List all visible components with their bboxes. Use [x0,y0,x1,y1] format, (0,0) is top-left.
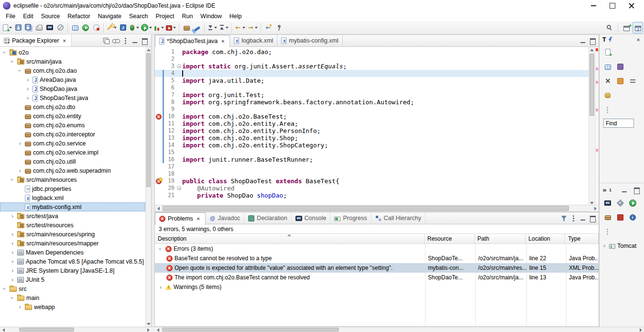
tree-item[interactable]: com.chj.o2o.dto [0,102,145,111]
new-wizard-button[interactable] [603,48,612,56]
prev-annotation-button[interactable] [218,22,229,33]
editor-line[interactable]: 1package com.chj.o2o.dao; [155,48,589,55]
chevron-icon[interactable] [17,166,23,175]
problems-tab-console[interactable]: Console [292,212,331,224]
code-area[interactable]: 1package com.chj.o2o.dao;23import static… [155,47,589,206]
editor-horizontal-scrollbar[interactable] [155,205,599,211]
save-all-button[interactable] [23,22,34,33]
annotation-mark[interactable] [596,149,598,152]
editor-line[interactable]: 7import org.junit.Test; [155,91,589,99]
menu-search[interactable]: Search [125,12,152,21]
search-mag-button[interactable] [604,22,615,33]
problems-tab-declaration[interactable]: Declaration [244,212,291,224]
column-header-path[interactable]: Path [475,234,526,243]
scroll-left-button[interactable] [155,205,162,211]
tree-item[interactable]: src/test/resources [0,221,145,230]
scroll-left-button[interactable] [0,327,7,332]
chevron-icon[interactable] [10,294,15,302]
scroll-right-button[interactable] [592,205,599,211]
external-tools-button[interactable] [165,22,177,33]
new-table-button[interactable] [70,22,80,33]
chevron-icon[interactable] [10,212,15,220]
chevron-icon[interactable] [25,85,31,93]
annotation-mark[interactable] [596,67,598,70]
tree-item[interactable]: src/main/java [0,57,145,66]
scroll-right-button[interactable] [145,327,152,332]
editor-tab[interactable]: mybatis-config.xml [277,35,343,47]
fold-collapse-icon[interactable] [177,186,181,190]
editor-tab[interactable]: logback.xml [230,35,277,47]
menu-help[interactable]: Help [226,12,246,21]
editor-line[interactable]: 17 [155,163,589,170]
restore-chevron[interactable]: » [602,186,607,194]
drag-dots-button[interactable] [603,227,612,236]
editor-line[interactable]: 20 @Autowired [155,185,589,192]
main-horizontal-scrollbar[interactable] [154,327,644,332]
scroll-down-button[interactable] [146,321,151,327]
package-explorer-tab[interactable]: Package Explorer [0,34,72,46]
tree-item[interactable]: com.chj.o2o.entity [0,111,145,121]
problems-tab-call-hierarchy[interactable]: Call Hierarchy [371,212,426,224]
editor-line[interactable]: 12import com.chj.o2o.entity.PersonInfo; [155,127,589,134]
chevron-icon[interactable] [17,66,23,75]
tree-item[interactable]: com.chj.o2o.interceptor [0,130,145,139]
dropdown-arrow-icon[interactable] [226,27,229,29]
close-window-button[interactable] [622,0,641,11]
new-jar-button[interactable] [181,22,192,33]
scroll-up-button[interactable] [146,47,151,53]
close-icon[interactable] [196,215,201,222]
package-button[interactable] [603,213,612,221]
profile-button[interactable] [91,22,101,33]
chevron-icon[interactable] [158,245,164,253]
yellow-db-button[interactable] [603,91,612,100]
scrollbar-thumb[interactable] [589,54,594,116]
forward-button[interactable] [246,22,259,33]
minimize-view-button[interactable] [579,215,586,221]
dropdown-arrow-icon[interactable] [161,27,164,29]
scrollbar-thumb[interactable] [162,328,339,332]
chevron-icon[interactable] [25,76,31,84]
editor-viewport[interactable]: 1package com.chj.o2o.dao;23import static… [155,47,599,206]
tree-item[interactable]: jdbc.properties [0,184,145,193]
chevron-icon[interactable] [158,283,164,291]
red-stop-button[interactable] [616,213,624,221]
editor-line[interactable]: 10import com.chj.o2o.BaseTest; [155,113,589,120]
tree-item[interactable]: com.chj.o2o.dao [0,66,145,75]
new-wizard-button[interactable] [2,22,13,33]
dropdown-arrow-icon[interactable] [214,27,217,29]
close-icon[interactable] [220,38,226,44]
chevron-icon[interactable] [10,239,15,247]
tree-item[interactable]: ShopDaoTest.java [0,93,145,102]
tree-item[interactable]: webapp [0,302,145,311]
problems-row[interactable]: The import com.chj.o2o.BaseTest cannot b… [155,273,599,282]
column-header-resource[interactable]: Resource [425,234,475,243]
scroll-right-button[interactable] [637,327,644,332]
wizard-button[interactable] [106,22,118,33]
maximize-view-button[interactable] [633,187,640,193]
dropdown-arrow-icon[interactable] [255,27,258,29]
menu-project[interactable]: Project [152,12,178,21]
tree-item[interactable]: o2o [0,48,145,57]
menu-window[interactable]: Window [196,12,225,21]
editor-line[interactable]: 2 [155,55,589,63]
tree-item[interactable]: src [0,284,145,293]
sync-button[interactable] [80,22,91,33]
editor-line[interactable]: 21 private ShopDao shopDao; [155,192,589,199]
pin-editor-button[interactable] [273,22,284,33]
tree-item[interactable]: com.chj.o2o.enums [0,121,145,130]
problems-tab-problems[interactable]: Problems [155,212,206,225]
dropdown-arrow-icon[interactable] [114,27,117,29]
find-input[interactable] [603,119,634,128]
scroll-up-button[interactable] [589,47,595,53]
problems-tab-javadoc[interactable]: Javadoc [206,212,245,224]
run-button[interactable] [628,199,637,207]
maximize-window-button[interactable] [603,0,622,11]
editor-line[interactable]: 19public class ShopDaoTest extends BaseT… [155,177,589,185]
chevron-icon[interactable] [601,242,607,250]
tree-item[interactable]: src/main/resources/spring [0,230,145,239]
link-with-editor-button[interactable] [112,37,119,44]
open-console-button[interactable] [603,199,612,207]
scrollbar-thumb[interactable] [19,328,74,332]
view-menu-button[interactable] [122,37,129,44]
scrollbar-thumb[interactable] [163,206,569,211]
